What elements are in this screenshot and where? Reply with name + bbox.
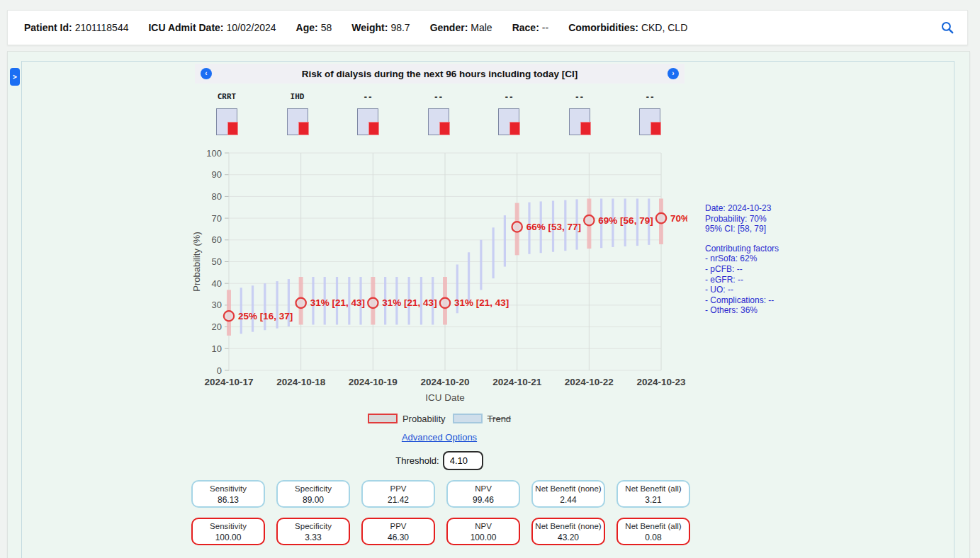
risk-chart[interactable]: 01020304050607080901002024-10-172024-10-… <box>191 144 687 406</box>
threshold-label: Threshold: <box>395 455 439 466</box>
info-line-0: Date: 2024-10-23 <box>705 203 779 214</box>
mini-bar-chart-icon[interactable] <box>216 108 237 135</box>
metric-label: Sensitivity <box>210 483 247 494</box>
prev-period-button[interactable]: ‹ <box>201 68 212 79</box>
svg-text:25% [16, 37]: 25% [16, 37] <box>238 311 293 321</box>
chevron-right-icon: › <box>672 70 674 77</box>
metric-net-benefit-none-red: Net Benefit (none)43.20 <box>531 518 605 545</box>
treatment-type-label: IHD <box>287 92 308 101</box>
mini-bar-chart-icon[interactable] <box>287 108 308 135</box>
factor-line-4: - Complications: -- <box>705 295 779 306</box>
svg-text:80: 80 <box>212 191 222 202</box>
legend-trend[interactable]: Trend <box>453 414 511 424</box>
metric-label: PPV <box>390 483 406 494</box>
svg-text:40: 40 <box>212 278 222 289</box>
svg-text:2024-10-21: 2024-10-21 <box>492 377 542 387</box>
mini-bar-chart-icon[interactable] <box>357 108 378 135</box>
red-bar-icon <box>368 122 379 135</box>
selected-day-info: Date: 2024-10-23Probability: 70%95% CI: … <box>705 203 779 316</box>
info-line-1: Probability: 70% <box>705 214 779 224</box>
svg-text:2024-10-20: 2024-10-20 <box>420 377 469 387</box>
metric-label: Net Benefit (none) <box>535 520 601 532</box>
legend-probability[interactable]: Probability <box>368 414 446 424</box>
metric-value: 46.30 <box>388 532 409 543</box>
metric-ppv-red: PPV46.30 <box>361 518 435 545</box>
contributing-factors-title: Contributing factors <box>705 244 779 254</box>
patient-field-race: Race:-- <box>512 22 548 33</box>
probability-swatch-icon <box>368 414 398 423</box>
metric-npv-blue: NPV99.46 <box>446 480 520 508</box>
chevron-left-icon: ‹ <box>205 70 207 77</box>
advanced-options-row: Advanced Options <box>191 431 687 443</box>
metric-label: Specificity <box>295 483 332 494</box>
chart-legend: Probability Trend <box>191 412 687 425</box>
patient-field-comorbidities: Comorbidities:CKD, CLD <box>568 22 687 33</box>
metric-label: NPV <box>475 520 492 532</box>
patient-field-age: Age:58 <box>296 22 332 33</box>
metric-ppv-blue: PPV21.42 <box>361 480 435 508</box>
metric-value: 0.08 <box>645 532 661 543</box>
metric-value: 3.21 <box>645 494 661 506</box>
mini-bar-chart-icon[interactable] <box>428 108 449 135</box>
red-bar-icon <box>650 122 661 135</box>
red-bar-icon <box>509 122 520 135</box>
svg-text:50: 50 <box>212 256 222 267</box>
metric-value: 3.33 <box>305 532 321 543</box>
patient-fields: Patient Id:2101118544ICU Admit Date:10/0… <box>24 22 687 33</box>
threshold-input[interactable] <box>443 451 483 470</box>
treatment-type-label: CRRT <box>216 92 237 101</box>
metric-value: 2.44 <box>560 494 576 506</box>
red-bar-icon <box>439 122 450 135</box>
svg-text:70: 70 <box>212 213 222 224</box>
svg-text:0: 0 <box>217 365 222 376</box>
search-icon[interactable] <box>939 19 956 36</box>
chart-title: Risk of dialysis during the next 96 hour… <box>212 69 668 79</box>
svg-text:Probability (%): Probability (%) <box>191 232 202 292</box>
red-bar-icon <box>227 122 238 135</box>
svg-text:30: 30 <box>212 300 222 310</box>
patient-field-gender: Gender:Male <box>430 22 492 33</box>
metric-value: 43.20 <box>558 532 579 543</box>
metric-label: PPV <box>390 520 406 532</box>
metric-value: 86.13 <box>218 494 239 506</box>
next-period-button[interactable]: › <box>668 68 679 79</box>
mini-bar-chart-icon[interactable] <box>498 108 519 135</box>
svg-text:20: 20 <box>212 321 222 332</box>
svg-text:2024-10-23: 2024-10-23 <box>636 377 686 387</box>
factor-line-3: - UO: -- <box>705 285 779 295</box>
trend-swatch-icon <box>453 414 483 423</box>
mini-bar-chart-icon[interactable] <box>569 108 590 135</box>
treatment-column-4: -- <box>498 92 519 135</box>
svg-text:100: 100 <box>206 148 222 159</box>
metric-net-benefit-all-red: Net Benefit (all)0.08 <box>616 518 690 545</box>
mini-bar-chart-icon[interactable] <box>639 108 660 135</box>
factor-line-1: - pCFB: -- <box>705 264 779 275</box>
patient-field-weight: Weight:98.7 <box>351 22 410 33</box>
svg-text:69% [56, 79]: 69% [56, 79] <box>598 215 653 226</box>
patient-field-patient-id: Patient Id:2101118544 <box>24 22 128 33</box>
svg-text:10: 10 <box>212 343 222 354</box>
metric-value: 99.46 <box>473 494 494 506</box>
metric-value: 100.00 <box>215 532 242 543</box>
treatment-column-1: IHD <box>287 92 308 135</box>
factor-line-0: - nrSofa: 62% <box>705 254 779 264</box>
svg-text:2024-10-19: 2024-10-19 <box>349 377 398 387</box>
metric-net-benefit-none-blue: Net Benefit (none)2.44 <box>531 480 605 508</box>
patient-header-bar: Patient Id:2101118544ICU Admit Date:10/0… <box>7 10 968 45</box>
svg-text:31% [21, 43]: 31% [21, 43] <box>310 297 365 308</box>
treatment-type-label: -- <box>569 92 590 101</box>
advanced-options-link[interactable]: Advanced Options <box>402 432 477 443</box>
treatment-type-label: -- <box>639 92 660 101</box>
factor-line-2: - eGFR: -- <box>705 275 779 285</box>
patient-field-icu-admit-date: ICU Admit Date:10/02/2024 <box>148 22 276 33</box>
svg-text:2024-10-18: 2024-10-18 <box>276 377 326 387</box>
treatment-type-label: -- <box>357 92 378 101</box>
red-bar-icon <box>298 122 309 135</box>
legend-probability-label: Probability <box>402 414 446 424</box>
svg-text:2024-10-17: 2024-10-17 <box>204 377 253 387</box>
metric-sensitivity-red: Sensitivity100.00 <box>191 518 265 545</box>
svg-text:90: 90 <box>212 169 222 180</box>
sidebar-expand-button[interactable]: > <box>10 68 20 86</box>
metric-net-benefit-all-blue: Net Benefit (all)3.21 <box>616 480 690 508</box>
svg-text:60: 60 <box>212 234 222 245</box>
